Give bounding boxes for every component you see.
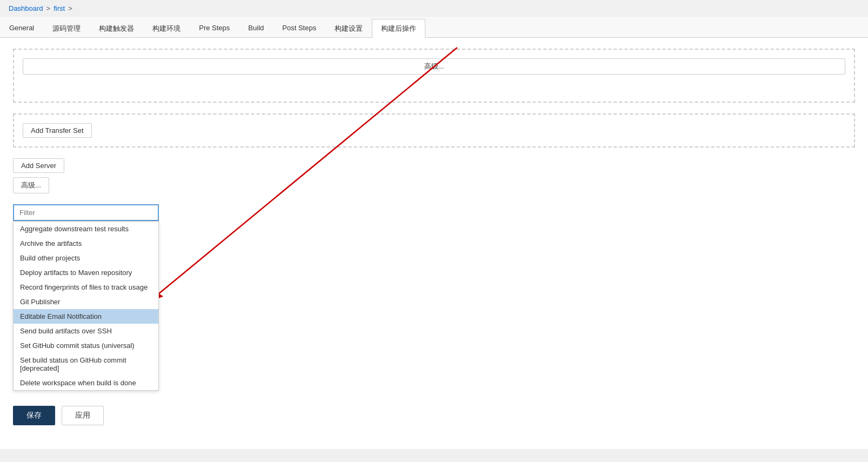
tab-构建设置[interactable]: 构建设置 [325,19,372,38]
tab-pre-steps[interactable]: Pre Steps [190,19,239,38]
tab-build[interactable]: Build [239,19,273,38]
filter-input[interactable] [13,204,159,221]
footer-actions: 保存 应用 [13,406,855,425]
transfer-set-section: 高级... [13,49,855,103]
breadcrumb-sep2: > [68,4,72,12]
breadcrumb-first[interactable]: first [54,4,65,12]
breadcrumb-dashboard[interactable]: Dashboard [9,4,43,12]
tab-源码管理[interactable]: 源码管理 [43,19,90,38]
add-server-section: Add Server 高级... [13,158,855,193]
add-transfer-set-button[interactable]: Add Transfer Set [23,123,92,138]
post-action-selector: Aggregate downstream test resultsArchive… [13,204,159,221]
dropdown-item-10[interactable]: Delete workspace when build is done [14,376,158,390]
tab-post-steps[interactable]: Post Steps [273,19,325,38]
dropdown-item-3[interactable]: Deploy artifacts to Maven repository [14,265,158,280]
breadcrumb: Dashboard > first > [0,0,868,17]
tab-构建触发器[interactable]: 构建触发器 [90,19,143,38]
action-dropdown-list: Aggregate downstream test resultsArchive… [13,221,159,391]
tab-general[interactable]: General [0,19,43,38]
dropdown-item-0[interactable]: Aggregate downstream test results [14,222,158,236]
dropdown-item-6[interactable]: Editable Email Notification [14,309,158,324]
dropdown-item-8[interactable]: Set GitHub commit status (universal) [14,338,158,353]
advanced-button-1[interactable]: 高级... [23,58,845,75]
dropdown-item-2[interactable]: Build other projects [14,251,158,265]
tab-构建环境[interactable]: 构建环境 [143,19,190,38]
dropdown-item-9[interactable]: Set build status on GitHub commit [depre… [14,353,158,376]
tab-bar: General源码管理构建触发器构建环境Pre StepsBuildPost S… [0,17,868,38]
dropdown-item-5[interactable]: Git Publisher [14,294,158,309]
dropdown-item-1[interactable]: Archive the artifacts [14,236,158,251]
dropdown-item-4[interactable]: Record fingerprints of files to track us… [14,280,158,294]
advanced-button-2[interactable]: 高级... [13,177,49,193]
dropdown-item-7[interactable]: Send build artifacts over SSH [14,324,158,338]
add-transfer-set-section: Add Transfer Set [13,113,855,148]
save-button[interactable]: 保存 [13,406,55,425]
tab-构建后操作[interactable]: 构建后操作 [372,19,425,38]
apply-button[interactable]: 应用 [62,406,104,425]
breadcrumb-sep1: > [46,4,51,12]
add-server-button[interactable]: Add Server [13,158,64,173]
